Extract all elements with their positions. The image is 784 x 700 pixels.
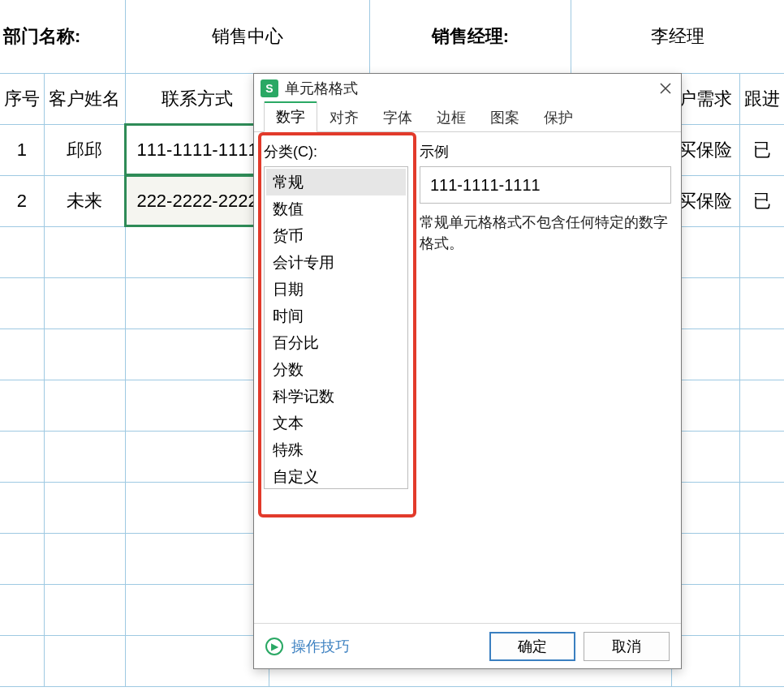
app-icon: S [261, 79, 278, 97]
dialog-title: 单元格格式 [285, 79, 358, 98]
dialog-titlebar[interactable]: S 单元格格式 [254, 74, 681, 103]
cat-scientific[interactable]: 科学记数 [266, 383, 406, 410]
tab-number[interactable]: 数字 [264, 101, 317, 132]
mgr-value: 李经理 [651, 26, 704, 46]
cat-percent[interactable]: 百分比 [266, 329, 406, 356]
category-list[interactable]: 常规 数值 货币 会计专用 日期 时间 百分比 分数 科学记数 文本 特殊 自定… [264, 166, 408, 489]
dialog-body: 分类(C): 常规 数值 货币 会计专用 日期 时间 百分比 分数 科学记数 文… [254, 132, 681, 623]
tab-pattern[interactable]: 图案 [478, 102, 532, 132]
cat-fraction[interactable]: 分数 [266, 356, 406, 383]
preview-pane: 示例 111-1111-1111 常规单元格格式不包含任何特定的数字格式。 [420, 142, 671, 613]
cell-follow[interactable]: 已 [740, 124, 784, 175]
col-follow[interactable]: 跟进 [740, 73, 784, 124]
cat-accounting[interactable]: 会计专用 [266, 249, 406, 276]
col-name[interactable]: 客户姓名 [44, 73, 125, 124]
tab-border[interactable]: 边框 [424, 102, 478, 132]
cell-name[interactable]: 邱邱 [44, 124, 125, 175]
play-icon: ▶ [265, 638, 283, 655]
close-icon[interactable] [655, 78, 676, 99]
cat-special[interactable]: 特殊 [266, 436, 406, 463]
col-index[interactable]: 序号 [0, 73, 44, 124]
cancel-button[interactable]: 取消 [584, 632, 670, 661]
cat-general[interactable]: 常规 [266, 169, 406, 195]
cat-number[interactable]: 数值 [266, 195, 406, 222]
preview-title: 示例 [420, 142, 671, 161]
category-pane: 分类(C): 常规 数值 货币 会计专用 日期 时间 百分比 分数 科学记数 文… [264, 142, 408, 613]
cell-phone[interactable]: 222-2222-2222 [125, 175, 269, 226]
preview-desc: 常规单元格格式不包含任何特定的数字格式。 [420, 212, 671, 254]
mgr-label: 销售经理: [432, 26, 509, 46]
tab-font[interactable]: 字体 [371, 102, 424, 132]
cell-phone[interactable]: 111-1111-1111 [125, 124, 269, 175]
ok-button[interactable]: 确定 [489, 632, 575, 661]
cell-idx[interactable]: 2 [0, 175, 44, 226]
cell-follow[interactable]: 已 [740, 175, 784, 226]
cat-date[interactable]: 日期 [266, 276, 406, 303]
tab-protect[interactable]: 保护 [532, 102, 585, 132]
tips-link[interactable]: 操作技巧 [291, 637, 350, 656]
col-phone[interactable]: 联系方式 [125, 73, 269, 124]
dialog-tabs: 数字 对齐 字体 边框 图案 保护 [254, 103, 681, 132]
cat-text[interactable]: 文本 [266, 410, 406, 436]
cat-currency[interactable]: 货币 [266, 222, 406, 249]
cat-time[interactable]: 时间 [266, 303, 406, 329]
tab-align[interactable]: 对齐 [317, 102, 371, 132]
dept-label: 部门名称: [3, 26, 80, 46]
preview-value: 111-1111-1111 [420, 166, 671, 204]
cat-custom[interactable]: 自定义 [266, 463, 406, 489]
dialog-footer: ▶ 操作技巧 确定 取消 [254, 623, 681, 668]
cell-name[interactable]: 未来 [44, 175, 125, 226]
cell-format-dialog: S 单元格格式 数字 对齐 字体 边框 图案 保护 分类(C): 常规 数值 货… [253, 73, 682, 669]
dept-value: 销售中心 [212, 26, 283, 46]
category-label: 分类(C): [264, 142, 408, 161]
cell-idx[interactable]: 1 [0, 124, 44, 175]
